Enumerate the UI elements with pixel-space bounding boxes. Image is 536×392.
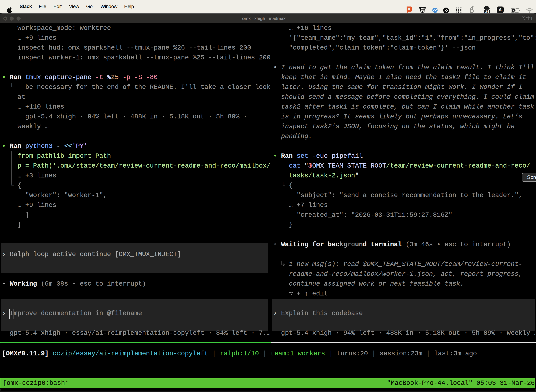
svg-text:..61: ..61 <box>484 10 489 13</box>
svg-text:A: A <box>498 7 502 12</box>
